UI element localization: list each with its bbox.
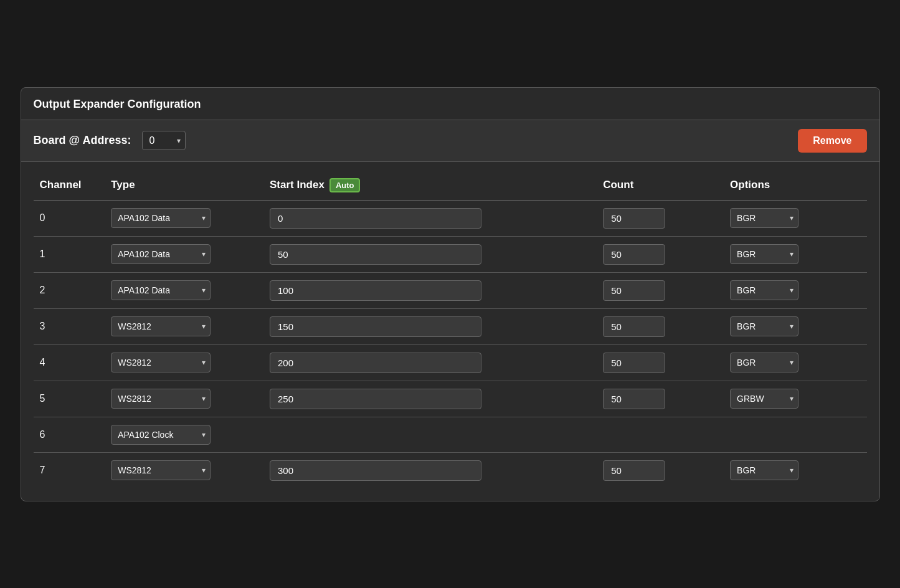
table-row: 5APA102 DataAPA102 ClockWS2812WS2812BSK6… xyxy=(34,381,867,417)
type-select-wrapper-5: APA102 DataAPA102 ClockWS2812WS2812BSK68… xyxy=(111,389,211,409)
start-index-input-3[interactable] xyxy=(270,316,481,337)
options-select-wrapper-1: BGRRGBGRBGRBWRGBW xyxy=(730,244,798,264)
start-index-input-2[interactable] xyxy=(270,280,481,301)
count-input-0[interactable] xyxy=(603,208,665,229)
options-select-0[interactable]: BGRRGBGRBGRBWRGBW xyxy=(730,208,798,228)
options-select-5[interactable]: BGRRGBGRBGRBWRGBW xyxy=(730,389,798,409)
options-cell-3: BGRRGBGRBGRBWRGBW xyxy=(724,308,866,344)
start-index-cell-4 xyxy=(263,344,597,381)
count-cell-0 xyxy=(597,200,724,236)
channel-6: 6 xyxy=(34,417,105,452)
type-select-1[interactable]: APA102 DataAPA102 ClockWS2812WS2812BSK68… xyxy=(111,244,211,264)
start-index-cell-6 xyxy=(263,417,597,452)
board-label: Board @ Address: xyxy=(34,134,131,147)
table-row: 7APA102 DataAPA102 ClockWS2812WS2812BSK6… xyxy=(34,452,867,488)
type-cell-4: APA102 DataAPA102 ClockWS2812WS2812BSK68… xyxy=(105,344,263,381)
count-input-2[interactable] xyxy=(603,280,665,301)
options-select-wrapper-7: BGRRGBGRBGRBWRGBW xyxy=(730,460,798,480)
count-cell-7 xyxy=(597,452,724,488)
channel-3: 3 xyxy=(34,308,105,344)
type-select-wrapper-7: APA102 DataAPA102 ClockWS2812WS2812BSK68… xyxy=(111,460,211,480)
count-input-4[interactable] xyxy=(603,353,665,373)
header-bar: Board @ Address: 0 1 2 3 4 5 6 7 Remove xyxy=(21,120,879,162)
options-cell-1: BGRRGBGRBGRBWRGBW xyxy=(724,236,866,272)
type-select-3[interactable]: APA102 DataAPA102 ClockWS2812WS2812BSK68… xyxy=(111,316,211,336)
type-select-0[interactable]: APA102 DataAPA102 ClockWS2812WS2812BSK68… xyxy=(111,208,211,228)
th-channel: Channel xyxy=(34,168,105,201)
auto-badge[interactable]: Auto xyxy=(329,178,361,192)
options-cell-6 xyxy=(724,417,866,452)
options-select-wrapper-4: BGRRGBGRBGRBWRGBW xyxy=(730,353,798,372)
start-index-input-7[interactable] xyxy=(270,460,481,481)
channel-1: 1 xyxy=(34,236,105,272)
type-select-5[interactable]: APA102 DataAPA102 ClockWS2812WS2812BSK68… xyxy=(111,389,211,409)
start-index-input-5[interactable] xyxy=(270,389,481,409)
count-cell-1 xyxy=(597,236,724,272)
type-select-wrapper-6: APA102 DataAPA102 ClockWS2812WS2812BSK68… xyxy=(111,425,211,445)
type-cell-1: APA102 DataAPA102 ClockWS2812WS2812BSK68… xyxy=(105,236,263,272)
type-cell-7: APA102 DataAPA102 ClockWS2812WS2812BSK68… xyxy=(105,452,263,488)
channel-0: 0 xyxy=(34,200,105,236)
th-start-index: Start Index Auto xyxy=(263,168,597,201)
start-index-cell-3 xyxy=(263,308,597,344)
count-input-3[interactable] xyxy=(603,316,665,337)
count-cell-6 xyxy=(597,417,724,452)
th-options: Options xyxy=(724,168,866,201)
count-input-1[interactable] xyxy=(603,244,665,265)
th-type: Type xyxy=(105,168,263,201)
count-input-7[interactable] xyxy=(603,460,665,481)
type-cell-3: APA102 DataAPA102 ClockWS2812WS2812BSK68… xyxy=(105,308,263,344)
options-select-wrapper-0: BGRRGBGRBGRBWRGBW xyxy=(730,208,798,228)
type-select-wrapper-3: APA102 DataAPA102 ClockWS2812WS2812BSK68… xyxy=(111,316,211,336)
count-cell-2 xyxy=(597,272,724,308)
start-index-input-1[interactable] xyxy=(270,244,481,265)
type-select-7[interactable]: APA102 DataAPA102 ClockWS2812WS2812BSK68… xyxy=(111,460,211,480)
channel-2: 2 xyxy=(34,272,105,308)
output-expander-panel: Output Expander Configuration Board @ Ad… xyxy=(21,87,880,501)
table-row: 1APA102 DataAPA102 ClockWS2812WS2812BSK6… xyxy=(34,236,867,272)
type-select-wrapper-4: APA102 DataAPA102 ClockWS2812WS2812BSK68… xyxy=(111,353,211,372)
type-cell-6: APA102 DataAPA102 ClockWS2812WS2812BSK68… xyxy=(105,417,263,452)
type-select-2[interactable]: APA102 DataAPA102 ClockWS2812WS2812BSK68… xyxy=(111,280,211,300)
type-cell-0: APA102 DataAPA102 ClockWS2812WS2812BSK68… xyxy=(105,200,263,236)
address-select-wrapper: 0 1 2 3 4 5 6 7 xyxy=(136,131,186,150)
options-select-wrapper-5: BGRRGBGRBGRBWRGBW xyxy=(730,389,798,409)
type-select-6[interactable]: APA102 DataAPA102 ClockWS2812WS2812BSK68… xyxy=(111,425,211,445)
count-input-5[interactable] xyxy=(603,389,665,409)
options-cell-2: BGRRGBGRBGRBWRGBW xyxy=(724,272,866,308)
channel-4: 4 xyxy=(34,344,105,381)
channel-5: 5 xyxy=(34,381,105,417)
options-select-wrapper-3: BGRRGBGRBGRBWRGBW xyxy=(730,316,798,336)
panel-title: Output Expander Configuration xyxy=(21,88,879,120)
start-index-cell-2 xyxy=(263,272,597,308)
start-index-input-4[interactable] xyxy=(270,353,481,373)
options-select-1[interactable]: BGRRGBGRBGRBWRGBW xyxy=(730,244,798,264)
table-row: 4APA102 DataAPA102 ClockWS2812WS2812BSK6… xyxy=(34,344,867,381)
options-cell-5: BGRRGBGRBGRBWRGBW xyxy=(724,381,866,417)
table-row: 3APA102 DataAPA102 ClockWS2812WS2812BSK6… xyxy=(34,308,867,344)
count-cell-4 xyxy=(597,344,724,381)
th-count: Count xyxy=(597,168,724,201)
type-select-wrapper-1: APA102 DataAPA102 ClockWS2812WS2812BSK68… xyxy=(111,244,211,264)
count-cell-5 xyxy=(597,381,724,417)
start-index-cell-1 xyxy=(263,236,597,272)
options-cell-7: BGRRGBGRBGRBWRGBW xyxy=(724,452,866,488)
table-container: Channel Type Start Index Auto Count xyxy=(21,168,879,501)
options-select-wrapper-2: BGRRGBGRBGRBWRGBW xyxy=(730,280,798,300)
type-cell-5: APA102 DataAPA102 ClockWS2812WS2812BSK68… xyxy=(105,381,263,417)
options-select-3[interactable]: BGRRGBGRBGRBWRGBW xyxy=(730,316,798,336)
count-cell-3 xyxy=(597,308,724,344)
options-cell-0: BGRRGBGRBGRBWRGBW xyxy=(724,200,866,236)
type-select-4[interactable]: APA102 DataAPA102 ClockWS2812WS2812BSK68… xyxy=(111,353,211,372)
options-select-2[interactable]: BGRRGBGRBGRBWRGBW xyxy=(730,280,798,300)
type-select-wrapper-0: APA102 DataAPA102 ClockWS2812WS2812BSK68… xyxy=(111,208,211,228)
start-index-cell-7 xyxy=(263,452,597,488)
table-row: 6APA102 DataAPA102 ClockWS2812WS2812BSK6… xyxy=(34,417,867,452)
remove-button[interactable]: Remove xyxy=(798,129,866,153)
options-cell-4: BGRRGBGRBGRBWRGBW xyxy=(724,344,866,381)
start-index-input-0[interactable] xyxy=(270,208,481,229)
options-select-7[interactable]: BGRRGBGRBGRBWRGBW xyxy=(730,460,798,480)
address-select[interactable]: 0 1 2 3 4 5 6 7 xyxy=(142,131,186,150)
options-select-4[interactable]: BGRRGBGRBGRBWRGBW xyxy=(730,353,798,372)
channel-7: 7 xyxy=(34,452,105,488)
